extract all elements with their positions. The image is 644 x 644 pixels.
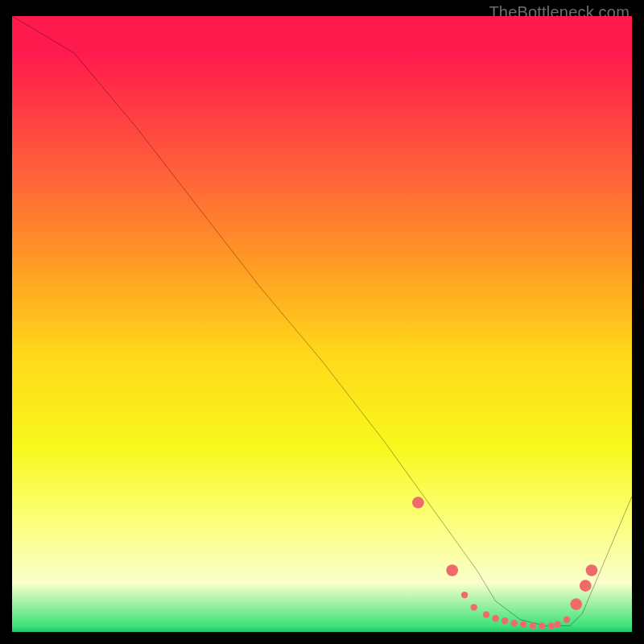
curve-marker xyxy=(483,611,489,617)
curve-marker xyxy=(502,617,508,624)
curve-marker xyxy=(446,564,458,576)
curve-marker xyxy=(580,580,592,592)
chart-svg xyxy=(12,16,632,632)
chart-frame: TheBottleneck.com xyxy=(0,0,644,644)
curve-marker xyxy=(530,622,536,629)
curve-marker xyxy=(539,622,545,629)
curve-marker xyxy=(510,620,517,626)
curve-marker xyxy=(564,616,570,622)
curve-markers xyxy=(412,497,597,629)
bottleneck-curve xyxy=(12,16,632,625)
curve-marker xyxy=(520,621,526,628)
curve-marker xyxy=(412,497,424,509)
curve-marker xyxy=(461,592,468,598)
curve-marker xyxy=(548,622,555,629)
plot-area xyxy=(12,16,632,632)
curve-marker xyxy=(554,621,560,628)
curve-marker xyxy=(586,564,598,576)
curve-marker xyxy=(470,604,477,610)
curve-marker xyxy=(492,615,498,621)
curve-marker xyxy=(570,598,582,610)
